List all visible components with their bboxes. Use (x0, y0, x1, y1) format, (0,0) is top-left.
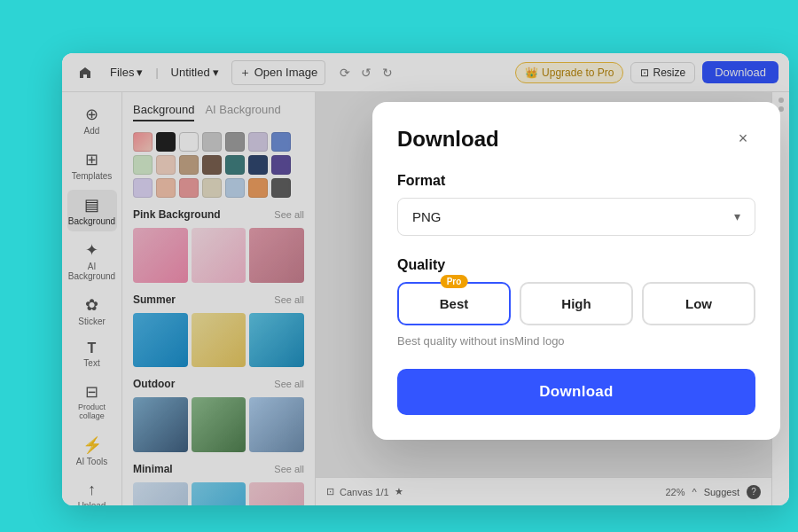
quality-low[interactable]: Low (642, 282, 755, 325)
quality-options: Pro Best High Low (397, 282, 755, 325)
modal-title: Download (397, 127, 499, 152)
modal-header: Download × (397, 127, 755, 152)
modal-close-button[interactable]: × (731, 127, 755, 152)
download-modal-button[interactable]: Download (397, 369, 755, 415)
pro-badge: Pro (441, 275, 468, 288)
quality-description: Best quality without insMind logo (397, 334, 755, 348)
modal-overlay: Download × Format PNG ▾ Quality Pro Best… (62, 53, 789, 505)
quality-best[interactable]: Pro Best (397, 282, 511, 325)
quality-high[interactable]: High (520, 282, 633, 325)
format-dropdown[interactable]: PNG ▾ (397, 198, 755, 236)
app-window: Files ▾ | Untitled ▾ ＋ Open Image ⟳ ↺ ↻ … (62, 53, 789, 505)
format-label: Format (397, 173, 755, 189)
format-value: PNG (412, 209, 442, 224)
quality-label: Quality (397, 257, 755, 273)
chevron-down-icon: ▾ (734, 209, 740, 223)
download-modal: Download × Format PNG ▾ Quality Pro Best… (372, 102, 780, 440)
